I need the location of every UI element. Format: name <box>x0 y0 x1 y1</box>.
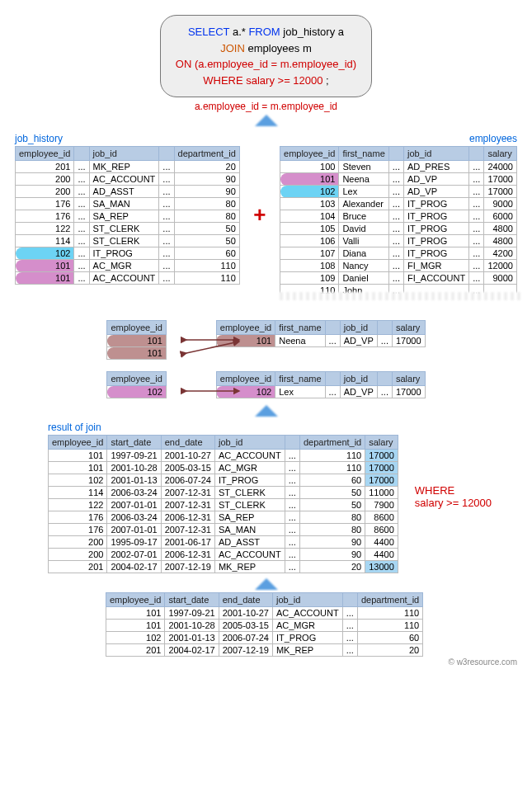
table-row: 105David...IT_PROG...4800 <box>280 223 517 235</box>
cell: 200 <box>49 549 107 561</box>
cell: 2001-10-28 <box>107 462 161 474</box>
cell: 1997-09-21 <box>165 607 219 620</box>
col-header <box>159 147 174 161</box>
cell: 8600 <box>365 511 398 524</box>
cell: ... <box>388 260 403 272</box>
cell: MK_REP <box>214 561 285 573</box>
cell: MK_REP <box>89 161 159 173</box>
cell: 2001-10-28 <box>165 620 219 632</box>
cell: ... <box>74 247 89 260</box>
cell: ... <box>342 632 357 644</box>
join-caption: a.employee_id = m.employee_id <box>195 101 337 112</box>
cell: Diana <box>339 247 388 260</box>
cell: ... <box>377 335 392 347</box>
cell: 1997-09-21 <box>107 450 161 462</box>
cell: ... <box>469 247 484 260</box>
table-row: 101...AC_MGR...110 <box>16 260 240 272</box>
cell: 105 <box>280 223 339 235</box>
cell: 2007-12-31 <box>161 524 214 536</box>
cell: ... <box>469 173 484 186</box>
cell: 102 <box>49 474 107 487</box>
kw-where: WHERE <box>203 74 246 87</box>
cell: IT_PROG <box>214 474 285 487</box>
cell: IT_PROG <box>403 223 468 235</box>
cell: Lex <box>275 386 325 398</box>
cell: 101 <box>106 620 165 632</box>
table-row: 122...ST_CLERK...50 <box>16 223 240 235</box>
table-row: 201...MK_REP...20 <box>16 161 240 173</box>
col-header <box>342 593 357 607</box>
cell: 6000 <box>484 210 517 223</box>
col-header: start_date <box>107 436 161 450</box>
label-result: result of join <box>48 420 398 435</box>
connector-arrows <box>180 384 254 406</box>
connector-arrows <box>180 333 254 366</box>
sql-statement: SELECT a.* FROM job_history a JOIN emplo… <box>160 15 372 97</box>
cell: 2001-10-27 <box>161 450 214 462</box>
cell: 2007-12-19 <box>219 644 272 657</box>
cell: 200 <box>16 173 74 186</box>
cell: 106 <box>280 235 339 247</box>
table-row: 102...IT_PROG...60 <box>16 247 240 260</box>
kw-on: ON <box>176 58 195 70</box>
cell: AD_PRES <box>403 161 468 173</box>
cell: 20 <box>299 561 365 573</box>
table-row: 1012001-10-282005-03-15AC_MGR...11017000 <box>49 462 398 474</box>
cell: 2004-02-17 <box>165 644 219 657</box>
cell: AC_MGR <box>89 260 159 272</box>
cell: 2006-12-31 <box>161 511 214 524</box>
semicolon: ; <box>326 74 329 87</box>
cell: 60 <box>357 632 422 644</box>
cell: ... <box>388 173 403 186</box>
cell: Bruce <box>339 210 388 223</box>
match1-left: employee_id 101101 <box>106 320 166 360</box>
cell: ST_CLERK <box>89 223 159 235</box>
cell: AD_ASST <box>214 536 285 549</box>
cell: 102 <box>280 186 339 198</box>
col-header: salary <box>484 147 517 161</box>
cell: 176 <box>16 210 74 223</box>
cell: ... <box>388 186 403 198</box>
cell: ... <box>285 474 299 487</box>
cell: 80 <box>174 210 239 223</box>
cell: ... <box>342 620 357 632</box>
table-row: 106Valli...IT_PROG...4800 <box>280 235 517 247</box>
cell: ... <box>388 235 403 247</box>
col-header: salary <box>392 321 425 335</box>
cell: ... <box>388 247 403 260</box>
col-header <box>388 147 403 161</box>
table-row: 103Alexander...IT_PROG...9000 <box>280 198 517 210</box>
cell: AD_VP <box>340 386 377 398</box>
cell: 4400 <box>365 536 398 549</box>
cell: 50 <box>174 235 239 247</box>
cell: 102 <box>106 632 165 644</box>
col-header: first_name <box>275 372 325 386</box>
table-row: 1012001-10-282005-03-15AC_MGR...110 <box>106 620 423 632</box>
cell: 11000 <box>365 487 398 499</box>
cell: 101 <box>49 462 107 474</box>
table-row: 2012004-02-172007-12-19MK_REP...20 <box>106 644 423 657</box>
cell: IT_PROG <box>403 235 468 247</box>
cell: ... <box>377 386 392 398</box>
cell: 110 <box>299 450 365 462</box>
cell: SA_MAN <box>89 198 159 210</box>
cell: Lex <box>339 186 388 198</box>
cell: 176 <box>49 524 107 536</box>
cell: AD_VP <box>340 335 377 347</box>
cell: ... <box>74 186 89 198</box>
cell: ... <box>469 260 484 272</box>
cell: 17000 <box>365 450 398 462</box>
cell: MK_REP <box>272 644 342 657</box>
cell: 2006-03-24 <box>107 487 161 499</box>
table-row: 109Daniel...FI_ACCOUNT...9000 <box>280 272 517 285</box>
col-header: first_name <box>339 147 388 161</box>
cell: 200 <box>49 536 107 549</box>
cell: 17000 <box>365 474 398 487</box>
col: employee_id <box>107 321 166 335</box>
cell: 80 <box>174 198 239 210</box>
tbl-a: job_history a <box>283 26 344 38</box>
table-row: 1011997-09-212001-10-27AC_ACCOUNT...110 <box>106 607 423 620</box>
cell: John <box>339 285 388 297</box>
cell: ... <box>159 260 174 272</box>
cell: 176 <box>49 511 107 524</box>
